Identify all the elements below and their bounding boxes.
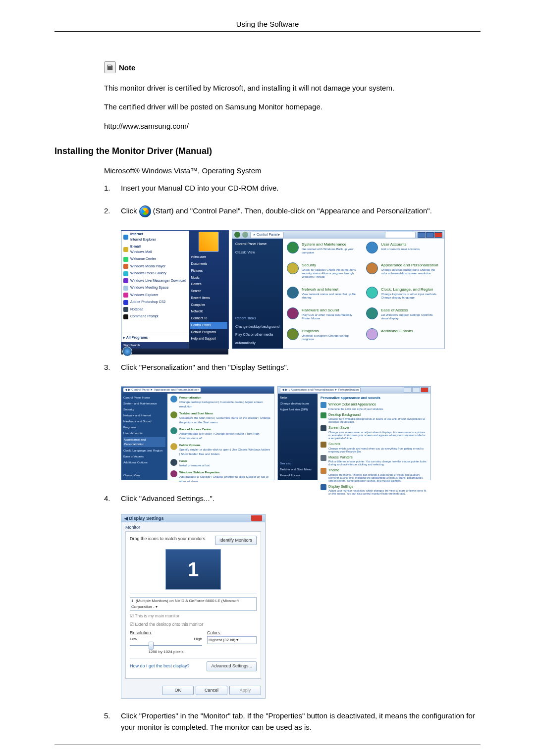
search-box[interactable] [385,232,416,238]
item-wincolor[interactable]: Window Color and AppearanceFine tune the… [321,402,428,410]
cp-cat-user[interactable]: User AccountsAdd or remove user accounts [366,242,440,259]
check-extend[interactable]: ☑ Extend the desktop onto this monitor [130,621,257,628]
item-personalization[interactable]: PersonalizationChange desktop background… [170,396,271,409]
side-link[interactable]: User Accounts [123,431,165,436]
item-ease[interactable]: Ease of Access CenterAccommodate low vis… [170,427,271,441]
cp-cat-appearance[interactable]: Appearance and PersonalizationChange des… [366,262,440,284]
item-sidebar[interactable]: Windows Sidebar PropertiesAdd gadgets to… [170,470,271,484]
breadcrumb[interactable]: ◀ ▶ Control Panel ► Appearance and Perso… [123,388,201,392]
sm-item[interactable]: Welcome Center [121,255,189,263]
cp-side-task[interactable]: Play CDs or other media [235,332,280,338]
see-also-head: See also [280,461,316,466]
close-button[interactable] [434,232,442,238]
sm-ritem[interactable]: Computer [190,302,228,308]
cp-side-home[interactable]: Control Panel Home [235,242,280,247]
item-taskbar[interactable]: Taskbar and Start MenuCustomize the Star… [170,411,271,425]
breadcrumb[interactable]: ◀ ▶ « Appearance and Personalization ► P… [280,387,361,393]
side-link[interactable]: Network and Internet [123,413,165,418]
sm-ritem[interactable]: Connect To [190,315,228,322]
sm-search[interactable]: Start Search [121,342,189,349]
cp-side-task[interactable]: Change desktop background [235,324,280,330]
maximize-button[interactable] [412,387,420,393]
sm-item[interactable]: Windows Live Messenger Download [121,277,189,285]
sm-item[interactable]: Adobe Photoshop CS2 [121,299,189,306]
side-link[interactable]: Clock, Language, and Region [123,449,165,453]
sm-ritem[interactable]: Games [190,281,228,288]
close-button[interactable] [421,387,428,393]
help-link[interactable]: How do I get the best display? [130,663,204,670]
sm-item[interactable]: Windows Meeting Space [121,284,189,292]
sm-ritem[interactable]: Default Programs [190,329,228,336]
maximize-button[interactable] [426,232,434,238]
identify-monitors-button[interactable]: Identify Monitors [215,536,257,546]
cp-cat-system[interactable]: System and MaintenanceGet started with W… [287,242,361,259]
sm-item[interactable]: E-mailWindows Mail [121,243,189,255]
cp-cat-security[interactable]: SecurityCheck for updates Check this com… [287,262,361,284]
sm-ritem[interactable]: Search [190,288,228,295]
sm-all-programs[interactable]: ▸ All Programs [121,333,189,343]
minimize-button[interactable] [404,387,412,393]
sm-ritem[interactable]: Documents [190,260,228,267]
close-button[interactable] [251,515,262,521]
apply-button[interactable]: Apply [229,686,261,696]
sm-item[interactable]: Windows Photo Gallery [121,270,189,277]
side-link-appearance[interactable]: Appearance and Personalization [123,437,165,447]
colors-label: Colors: [207,630,257,637]
cp-cat-ease[interactable]: Ease of AccessLet Windows suggest settin… [366,307,440,325]
cancel-button[interactable]: Cancel [196,686,227,696]
item-mouse[interactable]: Mouse PointersPick a different mouse poi… [321,455,428,466]
cp-cat-clock[interactable]: Clock, Language, and RegionChange keyboa… [366,287,440,304]
item-fonts[interactable]: FontsInstall or remove a font [170,459,271,468]
side-link[interactable]: Programs [123,425,165,430]
cp-side-classic[interactable]: Classic View [235,250,280,255]
monitor-preview[interactable]: 1 [165,549,221,590]
sm-ritem-control-panel[interactable]: Control Panel [190,322,228,329]
address-bar[interactable]: ▸ Control Panel ▸ [250,232,284,238]
item-desktopbg[interactable]: Desktop BackgroundChoose from available … [321,412,428,424]
see-also-link[interactable]: Ease of Access [280,473,316,478]
item-folder[interactable]: Folder OptionsSpecify single- or double-… [170,443,271,456]
item-sounds[interactable]: SoundsChange which sounds are heard when… [321,442,428,453]
sm-ritem[interactable]: Pictures [190,267,228,274]
advanced-settings-button[interactable]: Advanced Settings... [207,661,257,671]
cp-cat-programs[interactable]: ProgramsUninstall a program Change start… [287,328,361,346]
ok-button[interactable]: OK [162,686,194,696]
note-link[interactable]: http://www.samsung.com/ [104,121,481,131]
side-link[interactable]: Hardware and Sound [123,419,165,424]
sm-item[interactable]: Windows Explorer [121,292,189,299]
side-link[interactable]: Control Panel Home [123,396,165,400]
side-link[interactable]: Ease of Access [123,454,165,459]
task-link[interactable]: Adjust font size (DPI) [280,407,316,412]
sm-ritem[interactable]: Recent Items [190,295,228,302]
task-link[interactable]: Change desktop icons [280,402,316,406]
check-main[interactable]: ☑ This is my main monitor [130,613,257,619]
resolution-slider[interactable] [130,645,202,646]
sm-item[interactable]: Windows Media Player [121,263,189,270]
side-link[interactable]: System and Maintenance [123,402,165,406]
cp-cat-network[interactable]: Network and InternetView network status … [287,287,361,304]
nav-back-icon[interactable] [234,232,240,238]
cp-cat-additional[interactable]: Additional Options [366,328,440,346]
monitor-dropdown[interactable]: 1. (Multiple Monitors) on NVIDIA GeForce… [130,597,257,611]
sm-item[interactable]: Command Prompt [121,313,189,320]
side-classic[interactable]: Classic View [123,473,165,478]
nav-fwd-icon[interactable] [242,232,248,238]
note-line-2: The certified driver will be posted on S… [104,102,481,112]
minimize-button[interactable] [418,232,426,238]
sm-ritem[interactable]: video-user [190,253,228,260]
item-screensaver[interactable]: Screen SaverChange your screen saver or … [321,425,428,440]
sm-item[interactable]: InternetInternet Explorer [121,231,189,243]
side-link[interactable]: Security [123,407,165,412]
item-theme[interactable]: ThemeChange the theme. Themes can change… [321,468,428,482]
colors-dropdown[interactable]: Highest (32 bit) ▾ [207,636,257,644]
cp-side-task[interactable]: automatically [235,341,280,346]
sm-item[interactable]: Notepad [121,306,189,313]
tab-monitor[interactable]: Monitor [121,522,265,531]
sm-ritem[interactable]: Network [190,308,228,315]
sm-ritem[interactable]: Help and Support [190,335,228,342]
side-link[interactable]: Additional Options [123,460,165,465]
see-also-link[interactable]: Taskbar and Start Menu [280,467,316,472]
taskbar-start-orb-icon[interactable] [122,347,132,356]
cp-cat-hardware[interactable]: Hardware and SoundPlay CDs or other medi… [287,307,361,325]
sm-ritem[interactable]: Music [190,274,228,281]
